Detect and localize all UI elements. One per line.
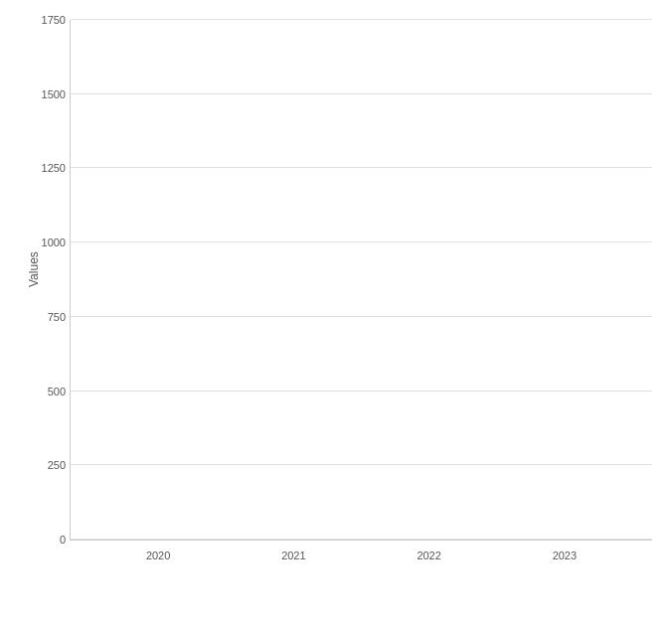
y-axis-label: Values — [27, 251, 41, 287]
y-tick-label: 250 — [48, 459, 66, 471]
y-tick-label: 1500 — [42, 88, 66, 100]
y-tick-label: 1250 — [42, 162, 66, 174]
x-axis-label: 2022 — [385, 550, 474, 561]
y-tick-label: 0 — [60, 534, 66, 546]
x-axis-label: 2020 — [113, 550, 203, 561]
y-tick-label: 1000 — [42, 236, 66, 248]
y-tick-label: 750 — [48, 311, 66, 323]
bars-area — [71, 20, 652, 540]
y-tick-label: 1750 — [42, 14, 66, 26]
x-labels: 2020202120222023 — [71, 550, 652, 561]
chart-area: Values 02505007501000125015001750 202020… — [70, 20, 652, 541]
x-axis-label: 2021 — [249, 550, 338, 561]
chart-container: Values 02505007501000125015001750 202020… — [0, 0, 672, 630]
x-axis-label: 2023 — [520, 550, 609, 561]
y-tick-label: 500 — [48, 386, 66, 397]
